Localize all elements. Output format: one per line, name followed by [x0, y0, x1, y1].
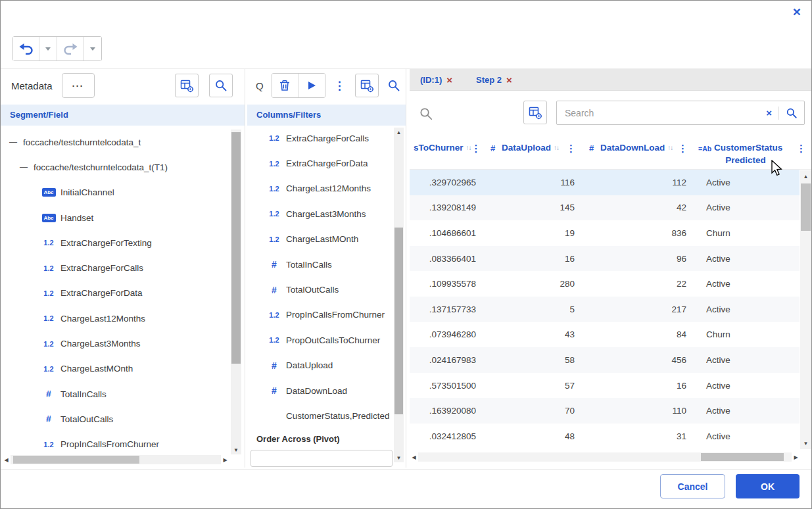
- scroll-down-arrow[interactable]: ▼: [231, 445, 241, 454]
- ok-button[interactable]: OK: [736, 474, 800, 498]
- collapse-icon[interactable]: —: [9, 137, 20, 147]
- table-cell: .032412805: [410, 431, 485, 441]
- table-row[interactable]: .0324128054831Active: [410, 424, 800, 449]
- scrollbar-thumb[interactable]: [394, 228, 403, 414]
- columns-list-item[interactable]: 1.2PropInCallsFromChurner: [247, 303, 393, 327]
- table-row[interactable]: .16392008070110Active: [410, 398, 800, 424]
- scroll-left-arrow[interactable]: ◀: [410, 454, 418, 460]
- grid-vertical-scrollbar[interactable]: ▲ ▼: [800, 170, 811, 449]
- column-header-dataupload[interactable]: # DataUpload ↑↓ ⋮: [485, 134, 584, 169]
- scroll-right-arrow[interactable]: ▶: [792, 454, 800, 460]
- tab-close-icon[interactable]: ×: [446, 75, 452, 85]
- undo-dropdown-button[interactable]: [39, 37, 57, 61]
- table-row[interactable]: .10993557828022Active: [410, 271, 800, 297]
- decimal-field-icon: 1.2: [266, 185, 283, 193]
- tab-step2[interactable]: Step 2 ×: [476, 75, 512, 85]
- zoom-search-icon[interactable]: [419, 107, 433, 124]
- tree-item[interactable]: AbcInitialChannel: [1, 180, 229, 205]
- tree-item[interactable]: 1.2ExtraChargeForTexting: [1, 230, 229, 255]
- tree-item[interactable]: 1.2PropInCallsFromChurner: [1, 432, 229, 453]
- scroll-right-arrow[interactable]: ▶: [221, 457, 229, 463]
- collapse-icon[interactable]: —: [20, 162, 30, 172]
- scrollbar-track[interactable]: [11, 455, 221, 464]
- column-header-stochurner[interactable]: sToChurner ↑↓ ⋮: [410, 134, 485, 169]
- close-icon[interactable]: ×: [793, 5, 801, 18]
- tree-item[interactable]: #TotalInCalls: [1, 381, 229, 406]
- decimal-field-icon: 1.2: [40, 340, 57, 348]
- columns-list-item[interactable]: CustomerStatus,Predicted: [247, 403, 393, 428]
- table-header: sToChurner ↑↓ ⋮ # DataUpload ↑↓ ⋮ # Data…: [410, 134, 812, 170]
- scroll-up-arrow[interactable]: ▲: [394, 128, 404, 137]
- search-clear-icon[interactable]: ×: [759, 107, 778, 118]
- column-header-datadownload[interactable]: # DataDownLoad ↑↓ ⋮: [584, 134, 696, 169]
- tree-item[interactable]: —foccache/testchurntelcodata_t: [1, 130, 229, 155]
- table-row[interactable]: .13920814914542Active: [410, 195, 800, 221]
- left-vertical-scrollbar[interactable]: ▼: [231, 130, 241, 454]
- scrollbar-track[interactable]: [418, 452, 792, 462]
- table-row[interactable]: .1371577335217Active: [410, 297, 800, 322]
- grid-horizontal-scrollbar[interactable]: ◀ ▶: [410, 452, 800, 462]
- left-horizontal-scrollbar[interactable]: ◀ ▶: [2, 454, 229, 465]
- kebab-menu-icon[interactable]: ⋮: [471, 143, 481, 155]
- columns-search-button[interactable]: [387, 79, 400, 92]
- order-across-dropzone[interactable]: [251, 450, 393, 467]
- tab-close-icon[interactable]: ×: [506, 75, 512, 85]
- sort-icon[interactable]: ↑↓: [667, 143, 673, 151]
- scroll-left-arrow[interactable]: ◀: [2, 457, 11, 463]
- run-button[interactable]: [299, 74, 325, 97]
- table-row[interactable]: .10468660119836Churn: [410, 220, 800, 246]
- tab-id1[interactable]: (ID:1) ×: [420, 75, 452, 85]
- redo-button[interactable]: [57, 37, 84, 61]
- scrollbar-thumb[interactable]: [701, 453, 784, 461]
- table-row[interactable]: .0833664011696Active: [410, 246, 800, 272]
- columns-list-item[interactable]: #TotalInCalls: [247, 252, 393, 277]
- scrollbar-thumb[interactable]: [231, 132, 241, 364]
- tree-item[interactable]: 1.2ExtraChargeForData: [1, 281, 229, 306]
- query-menu-button[interactable]: ⋮: [334, 79, 345, 93]
- columns-list-item[interactable]: 1.2PropOutCallsToChurner: [247, 327, 393, 352]
- metadata-more-button[interactable]: ···: [62, 73, 95, 98]
- table-row[interactable]: .02416798358456Active: [410, 347, 800, 373]
- table-row[interactable]: .329702965116112Active: [410, 170, 800, 195]
- metadata-search-button[interactable]: [209, 74, 233, 97]
- scroll-down-arrow[interactable]: ▼: [800, 439, 811, 448]
- sort-icon[interactable]: ↑↓: [466, 143, 471, 151]
- columns-list-item[interactable]: 1.2ChargeLast12Months: [247, 176, 393, 201]
- tree-item[interactable]: 1.2ChargeLastMOnth: [1, 356, 229, 381]
- cancel-button[interactable]: Cancel: [660, 474, 725, 498]
- tree-item[interactable]: 1.2ChargeLast3Months: [1, 331, 229, 356]
- results-report-button[interactable]: [523, 101, 547, 124]
- scroll-up-arrow[interactable]: ▲: [800, 172, 811, 181]
- search-submit-icon[interactable]: [779, 107, 804, 119]
- tree-item[interactable]: 1.2ChargeLast12Months: [1, 306, 229, 331]
- kebab-menu-icon[interactable]: ⋮: [566, 143, 576, 155]
- table-row[interactable]: .5735015005716Active: [410, 373, 800, 399]
- tree-item[interactable]: 1.2ExtraChargeForCalls: [1, 255, 229, 280]
- redo-dropdown-button[interactable]: [84, 37, 101, 61]
- middle-vertical-scrollbar[interactable]: ▲ ▼: [394, 128, 404, 462]
- columns-report-button[interactable]: [355, 74, 379, 97]
- columns-list-item[interactable]: 1.2ExtraChargeForCalls: [247, 126, 393, 151]
- column-header-customerstatus-predicted[interactable]: =Ab CustomerStatus ⋮ Predicted: [696, 134, 812, 169]
- scroll-down-arrow[interactable]: ▼: [394, 453, 404, 462]
- columns-list-item[interactable]: 1.2ChargeLast3Months: [247, 201, 393, 226]
- kebab-menu-icon[interactable]: ⋮: [678, 143, 688, 155]
- columns-list-item[interactable]: 1.2ExtraChargeForData: [247, 151, 393, 176]
- sort-icon[interactable]: ↑↓: [554, 143, 559, 151]
- tree-item[interactable]: —foccache/testchurntelcodata_t(T1): [1, 155, 229, 180]
- columns-list-item[interactable]: 1.2ChargeLastMOnth: [247, 227, 393, 252]
- scrollbar-thumb[interactable]: [13, 456, 139, 464]
- delete-button[interactable]: [272, 74, 299, 97]
- kebab-menu-icon[interactable]: ⋮: [796, 143, 806, 155]
- scrollbar-thumb[interactable]: [801, 183, 811, 231]
- columns-list-item[interactable]: #DataDownLoad: [247, 378, 393, 403]
- tree-item[interactable]: AbcHandset: [1, 205, 229, 230]
- search-input[interactable]: [557, 108, 759, 118]
- search-icon: [387, 79, 400, 92]
- columns-list-item[interactable]: #DataUpload: [247, 353, 393, 378]
- undo-button[interactable]: [13, 37, 39, 61]
- columns-list-item[interactable]: #TotalOutCalls: [247, 277, 393, 302]
- report-options-button[interactable]: [175, 74, 199, 97]
- table-row[interactable]: .0739462804384Churn: [410, 322, 800, 348]
- tree-item[interactable]: #TotalOutCalls: [1, 406, 229, 431]
